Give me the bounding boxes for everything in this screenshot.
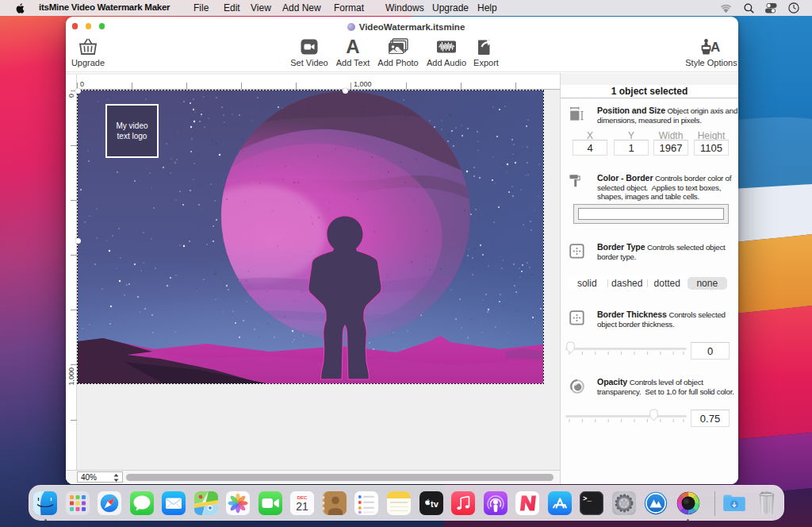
svg-text:text logo: text logo (117, 132, 147, 140)
svg-text:A: A (710, 40, 720, 55)
svg-text:1,000: 1,000 (67, 367, 75, 386)
svg-text:0: 0 (67, 94, 75, 98)
svg-text:My video: My video (116, 121, 147, 130)
svg-text:>_: >_ (583, 495, 592, 503)
svg-text:tv: tv (431, 499, 439, 509)
svg-text:DEC: DEC (297, 495, 308, 500)
svg-text:1,000: 1,000 (354, 80, 372, 88)
svg-text:0: 0 (80, 80, 84, 88)
svg-text:21: 21 (297, 500, 309, 513)
